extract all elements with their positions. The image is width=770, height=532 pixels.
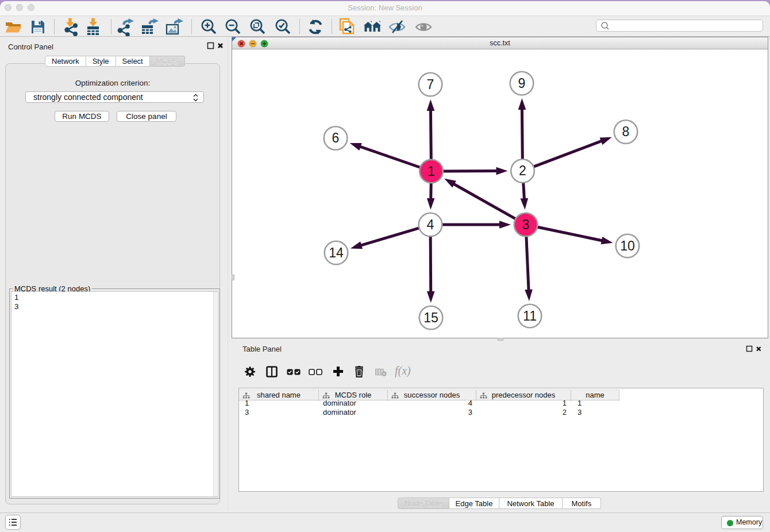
svg-text:8: 8 (622, 124, 630, 139)
svg-text:10: 10 (620, 238, 635, 253)
svg-text:2: 2 (519, 163, 526, 178)
svg-text:4: 4 (427, 217, 434, 232)
svg-text:7: 7 (427, 77, 434, 92)
svg-text:11: 11 (523, 309, 537, 323)
svg-text:1: 1 (428, 164, 435, 179)
svg-text:6: 6 (332, 130, 340, 145)
svg-text:14: 14 (329, 245, 344, 260)
svg-text:15: 15 (424, 310, 438, 325)
svg-text:9: 9 (518, 76, 526, 91)
svg-text:3: 3 (522, 217, 530, 232)
